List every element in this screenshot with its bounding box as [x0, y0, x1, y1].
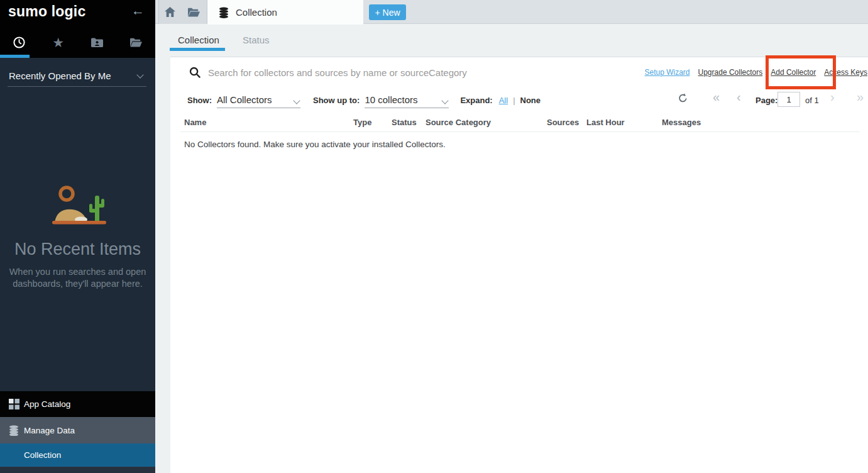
empty-table-message: No Collectors found. Make sure you activ…: [184, 140, 446, 149]
show-dropdown[interactable]: All Collectors: [217, 94, 300, 108]
subtab-status[interactable]: Status: [243, 35, 270, 45]
sidebar-item-app-catalog[interactable]: App Catalog: [0, 391, 155, 417]
first-page-button[interactable]: «: [713, 90, 720, 104]
page-count-label: of 1: [805, 96, 819, 105]
upgrade-collectors-link[interactable]: Upgrade Collectors: [698, 68, 763, 77]
subtab-bar: Collection Status: [155, 24, 868, 57]
sidebar-item-label: App Catalog: [24, 399, 70, 409]
subtab-collection[interactable]: Collection: [178, 35, 219, 45]
prev-page-button[interactable]: ‹: [737, 90, 741, 104]
chevron-down-icon: [136, 71, 143, 78]
setup-wizard-link[interactable]: Setup Wizard: [645, 68, 690, 77]
sidebar-nav: ★: [0, 30, 155, 54]
home-button[interactable]: [158, 0, 182, 24]
toolbar-links: Setup Wizard Upgrade Collectors Add Coll…: [645, 68, 868, 77]
tab-collection[interactable]: Collection: [207, 0, 363, 25]
show-label: Show:: [187, 96, 212, 108]
column-messages[interactable]: Messages: [662, 118, 701, 127]
database-icon: [9, 425, 19, 436]
sidebar-tab-recent[interactable]: [0, 30, 39, 54]
sidebar-header: sumo logic ← ★: [0, 0, 155, 58]
no-recent-items-subtext: When you run searches and open dashboard…: [0, 266, 155, 290]
sidebar: sumo logic ← ★: [0, 0, 155, 473]
column-last-hour[interactable]: Last Hour: [586, 118, 625, 127]
sun-icon: [60, 187, 73, 200]
search-input[interactable]: [208, 65, 510, 80]
add-collector-link[interactable]: Add Collector: [771, 68, 816, 77]
active-subtab-indicator: [170, 48, 225, 51]
next-page-button[interactable]: ›: [830, 90, 835, 104]
collapse-sidebar-icon[interactable]: ←: [131, 3, 145, 18]
sidebar-tab-library[interactable]: [116, 30, 155, 54]
expand-label: Expand:: [460, 96, 492, 108]
tab-strip: Collection + New: [155, 0, 868, 24]
sidebar-item-label: Manage Data: [24, 426, 75, 435]
filter-row: Show: All Collectors Show up to: 10 coll…: [187, 92, 541, 108]
apps-grid-icon: [9, 399, 19, 409]
collection-panel: Setup Wizard Upgrade Collectors Add Coll…: [170, 57, 868, 473]
column-type[interactable]: Type: [353, 118, 371, 127]
search-icon: [189, 67, 201, 78]
recent-filter-dropdown[interactable]: Recently Opened By Me: [0, 67, 155, 87]
table-header: Name Type Status Source Category Sources…: [170, 118, 868, 130]
main-area: Collection + New Collection Status Setup…: [155, 0, 868, 473]
show-up-to-dropdown-value: 10 collectors: [365, 94, 417, 105]
recent-filter-label: Recently Opened By Me: [9, 70, 111, 81]
show-dropdown-value: All Collectors: [217, 94, 272, 105]
separator: |: [513, 96, 515, 108]
cactus-arm-right-up: [101, 199, 104, 207]
show-up-to-dropdown[interactable]: 10 collectors: [365, 94, 449, 108]
library-button[interactable]: [181, 0, 207, 24]
home-icon: [165, 7, 175, 17]
column-status[interactable]: Status: [392, 118, 417, 127]
no-recent-items-title: No Recent Items: [0, 240, 155, 259]
sidebar-item-manage-data[interactable]: Manage Data: [0, 417, 155, 443]
column-name[interactable]: Name: [184, 118, 206, 127]
sidebar-item-label: Collection: [24, 450, 61, 460]
database-icon: [219, 7, 229, 18]
page-number-input[interactable]: [777, 92, 800, 107]
ground: [52, 221, 106, 225]
desert-illustration: [0, 181, 155, 229]
page-label: Page:: [755, 96, 777, 105]
star-icon: ★: [52, 36, 64, 49]
active-tab-indicator: [0, 55, 30, 58]
expand-all-link[interactable]: All: [499, 96, 508, 108]
expand-none-link[interactable]: None: [520, 96, 541, 108]
tab-label: Collection: [236, 7, 277, 18]
chevron-down-icon: [442, 97, 449, 104]
sidebar-tab-shared[interactable]: [78, 30, 117, 54]
sumo-logic-logo: sumo logic: [8, 3, 85, 20]
last-page-button[interactable]: »: [857, 90, 864, 104]
sidebar-item-collection[interactable]: Collection: [0, 443, 155, 467]
chevron-down-icon: [293, 97, 300, 104]
new-button[interactable]: + New: [369, 4, 406, 20]
refresh-icon[interactable]: [678, 93, 688, 103]
clock-icon: [13, 36, 26, 49]
open-folder-icon: [130, 38, 142, 47]
show-up-to-label: Show up to:: [313, 96, 360, 108]
shared-folder-icon: [91, 38, 103, 47]
column-sources[interactable]: Sources: [547, 118, 579, 127]
cactus-arm-left-up: [89, 204, 92, 212]
divider: [8, 86, 146, 87]
sidebar-tab-favorites[interactable]: ★: [39, 30, 78, 54]
divider: [180, 131, 859, 132]
sidebar-footer-strip: [0, 467, 155, 473]
access-keys-link[interactable]: Access Keys: [824, 68, 867, 77]
open-folder-icon: [188, 8, 200, 17]
column-source-category[interactable]: Source Category: [426, 118, 491, 127]
